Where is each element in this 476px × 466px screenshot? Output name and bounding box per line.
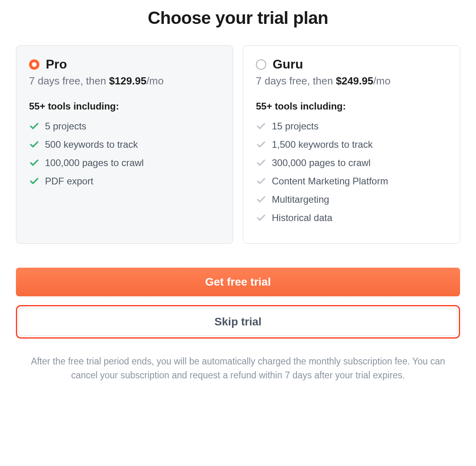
- feature-item: 1,500 keywords to track: [256, 139, 447, 150]
- skip-trial-button[interactable]: Skip trial: [19, 308, 457, 336]
- feature-label: 5 projects: [45, 121, 86, 132]
- feature-label: 300,000 pages to crawl: [272, 157, 371, 168]
- price-amount: $129.95: [109, 75, 146, 87]
- feature-label: Historical data: [272, 212, 332, 223]
- check-icon: [29, 139, 39, 150]
- check-icon: [256, 121, 266, 131]
- page-title: Choose your trial plan: [16, 8, 460, 28]
- price-prefix: 7 days free, then: [256, 75, 336, 87]
- feature-list-guru: 15 projects 1,500 keywords to track 300,…: [256, 121, 447, 223]
- feature-label: Content Marketing Platform: [272, 176, 388, 187]
- tools-heading: 55+ tools including:: [29, 101, 220, 112]
- feature-item: 5 projects: [29, 121, 220, 132]
- feature-label: PDF export: [45, 176, 93, 187]
- feature-label: 1,500 keywords to track: [272, 139, 373, 150]
- feature-item: 300,000 pages to crawl: [256, 157, 447, 168]
- feature-list-pro: 5 projects 500 keywords to track 100,000…: [29, 121, 220, 187]
- feature-label: 500 keywords to track: [45, 139, 138, 150]
- feature-item: 15 projects: [256, 121, 447, 132]
- check-icon: [256, 176, 266, 186]
- feature-item: Multitargeting: [256, 194, 447, 205]
- plan-name: Pro: [46, 57, 67, 72]
- feature-label: 100,000 pages to crawl: [45, 157, 144, 168]
- price-suffix: /mo: [146, 75, 164, 87]
- feature-label: 15 projects: [272, 121, 318, 132]
- get-free-trial-button[interactable]: Get free trial: [16, 268, 460, 296]
- tools-heading: 55+ tools including:: [256, 101, 447, 112]
- plan-header: Pro: [29, 57, 220, 72]
- check-icon: [29, 158, 39, 168]
- feature-label: Multitargeting: [272, 194, 329, 205]
- price-suffix: /mo: [373, 75, 390, 87]
- plan-price: 7 days free, then $249.95/mo: [256, 75, 447, 87]
- plan-header: Guru: [256, 57, 447, 72]
- check-icon: [29, 176, 39, 186]
- skip-trial-highlight: Skip trial: [16, 305, 460, 339]
- plan-name: Guru: [273, 57, 303, 72]
- feature-item: Historical data: [256, 212, 447, 223]
- check-icon: [256, 194, 266, 205]
- check-icon: [29, 121, 39, 131]
- check-icon: [256, 213, 266, 223]
- feature-item: 100,000 pages to crawl: [29, 157, 220, 168]
- plan-price: 7 days free, then $129.95/mo: [29, 75, 220, 87]
- plans-container: Pro 7 days free, then $129.95/mo 55+ too…: [16, 45, 460, 244]
- check-icon: [256, 158, 266, 168]
- feature-item: 500 keywords to track: [29, 139, 220, 150]
- price-prefix: 7 days free, then: [29, 75, 109, 87]
- disclaimer-text: After the free trial period ends, you wi…: [16, 354, 460, 382]
- radio-unselected-icon[interactable]: [256, 59, 266, 70]
- plan-card-guru[interactable]: Guru 7 days free, then $249.95/mo 55+ to…: [243, 45, 460, 244]
- feature-item: Content Marketing Platform: [256, 176, 447, 187]
- price-amount: $249.95: [336, 75, 373, 87]
- check-icon: [256, 139, 266, 150]
- plan-card-pro[interactable]: Pro 7 days free, then $129.95/mo 55+ too…: [16, 45, 233, 244]
- radio-selected-icon[interactable]: [29, 59, 39, 70]
- feature-item: PDF export: [29, 176, 220, 187]
